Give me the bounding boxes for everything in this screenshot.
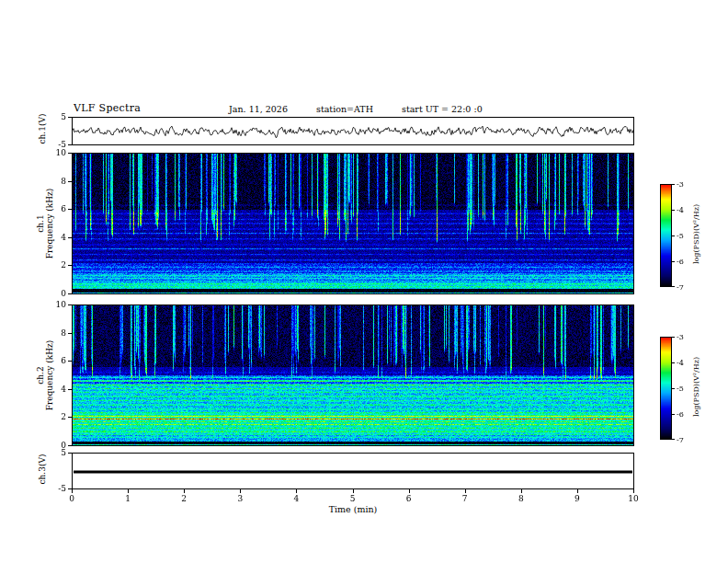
time-tick-label: 6 [400,494,418,503]
ch1-waveform-ylabel: ch.1(V) [38,81,47,177]
colorbar-ch2 [660,337,672,440]
colorbar-tick-label: -7 [677,283,695,292]
vlf-spectra-figure: VLF Spectra Jan. 11, 2026 station=ATH st… [0,0,728,563]
figure-title: VLF Spectra [74,102,141,114]
colorbar-tick [672,388,675,389]
figure-date: Jan. 11, 2026 [229,104,288,114]
time-tick-label: 3 [231,494,249,503]
time-tick [72,489,73,493]
ch1-spectrogram-plot [72,153,634,294]
ch2-spectrogram-ylabel: ch.2 Frequency (kHz) [36,318,54,432]
time-tick-label: 8 [512,494,530,503]
freq-tick-label: 10 [51,300,66,309]
ch2-spec-label-line1: ch.2 [36,318,45,432]
ch3-waveform-plot [72,453,634,489]
time-tick-label: 1 [119,494,137,503]
colorbar2-label: log(PSD)(V²/Hz) [692,343,700,431]
colorbar-tick-label: -3 [677,333,695,341]
colorbar-tick [672,236,675,236]
ch1-waveform-plot [72,117,634,145]
time-tick-label: 5 [344,494,362,503]
time-tick [465,489,466,493]
colorbar-ch1 [660,184,672,287]
colorbar-tick [672,210,675,211]
time-tick-label: 9 [568,494,586,503]
time-tick [296,489,297,493]
ch1-spectrogram-ylabel: ch.1 Frequency (kHz) [36,167,54,281]
colorbar-tick [672,337,675,338]
colorbar-tick [672,184,675,185]
time-tick-label: 4 [287,494,305,503]
freq-tick-label: 10 [51,148,66,157]
ch1-spec-label-line1: ch.1 [36,167,45,281]
time-tick [184,489,185,493]
colorbar-tick [672,286,675,287]
time-tick [353,489,354,493]
time-tick-label: 10 [624,494,643,503]
colorbar1-label: log(PSD)(V²/Hz) [692,190,700,279]
colorbar-tick-label: -3 [677,180,695,189]
colorbar-tick [672,414,675,415]
colorbar-tick [672,261,675,262]
time-tick [409,489,410,493]
colorbar-tick [672,439,675,440]
time-tick [577,489,578,493]
wave-tick-label: 5 [51,448,66,457]
wave-tick-label: -5 [51,484,66,493]
time-tick [633,489,634,493]
ch2-spectrogram-plot [72,304,634,446]
ch2-spec-label-line2: Frequency (kHz) [45,318,54,432]
freq-tick-label: 0 [51,441,66,450]
time-axis-label: Time (min) [72,504,634,514]
freq-tick-label: 0 [51,289,66,298]
time-tick-label: 7 [456,494,474,503]
wave-tick-label: 5 [51,112,66,121]
time-tick [128,489,129,493]
time-tick [240,489,241,493]
time-tick-label: 2 [175,494,193,503]
ch3-waveform-ylabel: ch.3(V) [38,432,47,506]
figure-start-ut: start UT = 22:0 :0 [402,104,483,114]
colorbar-tick [672,362,675,363]
time-tick-label: 0 [63,494,81,503]
time-tick [521,489,522,493]
wave-tick-label: -5 [51,140,66,149]
colorbar-tick-label: -7 [677,436,695,444]
figure-station: station=ATH [316,104,373,114]
ch1-spec-label-line2: Frequency (kHz) [45,167,54,281]
